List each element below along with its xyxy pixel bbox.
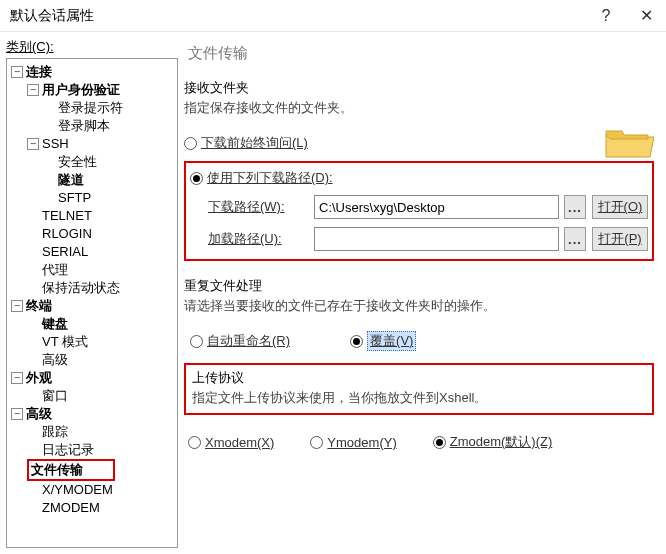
tree-terminal[interactable]: −终端 [11, 297, 175, 315]
radio-icon [310, 436, 323, 449]
category-label: 类别(C): [6, 38, 178, 56]
window-title: 默认会话属性 [10, 7, 586, 25]
collapse-icon[interactable]: − [11, 66, 23, 78]
tree-term-advanced[interactable]: 高级 [27, 351, 175, 369]
upload-protocol-group: 上传协议 指定文件上传协议来使用，当你拖放文件到Xshell。 [184, 363, 654, 415]
upload-title: 上传协议 [192, 369, 646, 387]
receive-desc: 指定保存接收文件的文件夹。 [184, 99, 654, 117]
open-download-button[interactable]: 打开(O) [592, 195, 648, 219]
tree-zmodem[interactable]: ZMODEM [27, 499, 175, 517]
titlebar: 默认会话属性 ? ✕ [0, 0, 666, 32]
tree-appearance[interactable]: −外观 [11, 369, 175, 387]
collapse-icon[interactable]: − [27, 84, 39, 96]
load-path-label: 加载路径(U): [208, 230, 308, 248]
tree-vt[interactable]: VT 模式 [27, 333, 175, 351]
radio-icon [190, 172, 203, 185]
open-load-button[interactable]: 打开(P) [592, 227, 648, 251]
radio-icon [190, 335, 203, 348]
receive-title: 接收文件夹 [184, 79, 654, 97]
download-path-label: 下载路径(W): [208, 198, 308, 216]
radio-ymodem[interactable]: Ymodem(Y) [310, 435, 396, 450]
radio-overwrite[interactable]: 覆盖(V) [350, 331, 416, 351]
tree-xymodem[interactable]: X/YMODEM [27, 481, 175, 499]
sidebar: 类别(C): −连接 −用户身份验证 登录提示符 登录脚本 [6, 38, 178, 548]
collapse-icon[interactable]: − [27, 138, 39, 150]
tree-trace[interactable]: 跟踪 [27, 423, 175, 441]
radio-use-path[interactable]: 使用下列下载路径(D): [190, 169, 648, 187]
radio-zmodem[interactable]: Zmodem(默认)(Z) [433, 433, 553, 451]
collapse-icon[interactable]: − [11, 300, 23, 312]
tree-ssh-sftp[interactable]: SFTP [43, 189, 175, 207]
tree-connection[interactable]: −连接 [11, 63, 175, 81]
tree-ssh[interactable]: −SSH [27, 135, 175, 153]
browse-download-button[interactable]: ... [564, 195, 586, 219]
load-path-input[interactable] [314, 227, 559, 251]
category-tree[interactable]: −连接 −用户身份验证 登录提示符 登录脚本 −SSH 安 [6, 58, 178, 548]
radio-icon [184, 137, 197, 150]
tree-login-script[interactable]: 登录脚本 [43, 117, 175, 135]
collapse-icon[interactable]: − [11, 372, 23, 384]
radio-icon [350, 335, 363, 348]
dup-desc: 请选择当要接收的文件已存在于接收文件夹时的操作。 [184, 297, 654, 315]
tree-keyboard[interactable]: 键盘 [27, 315, 175, 333]
radio-ask-before-download[interactable]: 下载前始终询问(L) [184, 134, 604, 152]
tree-telnet[interactable]: TELNET [27, 207, 175, 225]
tree-login-prompt[interactable]: 登录提示符 [43, 99, 175, 117]
tree-advanced[interactable]: −高级 [11, 405, 175, 423]
folder-icon [604, 125, 654, 161]
radio-icon [188, 436, 201, 449]
download-path-input[interactable]: C:\Users\xyg\Desktop [314, 195, 559, 219]
radio-xmodem[interactable]: Xmodem(X) [188, 435, 274, 450]
radio-auto-rename[interactable]: 自动重命名(R) [190, 332, 290, 350]
tree-logging[interactable]: 日志记录 [27, 441, 175, 459]
tree-user-identity[interactable]: −用户身份验证 [27, 81, 175, 99]
tree-ssh-security[interactable]: 安全性 [43, 153, 175, 171]
tree-ssh-tunnel[interactable]: 隧道 [43, 171, 175, 189]
tree-file-transfer[interactable]: 文件传输 [27, 459, 175, 481]
collapse-icon[interactable]: − [11, 408, 23, 420]
tree-keepalive[interactable]: 保持活动状态 [27, 279, 175, 297]
tree-serial[interactable]: SERIAL [27, 243, 175, 261]
tree-window[interactable]: 窗口 [27, 387, 175, 405]
tree-rlogin[interactable]: RLOGIN [27, 225, 175, 243]
upload-desc: 指定文件上传协议来使用，当你拖放文件到Xshell。 [192, 389, 646, 407]
dup-title: 重复文件处理 [184, 277, 654, 295]
help-button[interactable]: ? [586, 0, 626, 32]
download-path-group: 使用下列下载路径(D): 下载路径(W): C:\Users\xyg\Deskt… [184, 161, 654, 261]
radio-icon [433, 436, 446, 449]
tree-proxy[interactable]: 代理 [27, 261, 175, 279]
browse-load-button[interactable]: ... [564, 227, 586, 251]
close-button[interactable]: ✕ [626, 0, 666, 32]
panel-title: 文件传输 [184, 38, 654, 73]
main-panel: 文件传输 接收文件夹 指定保存接收文件的文件夹。 下载前始终询问(L) 使用下列… [178, 38, 660, 548]
